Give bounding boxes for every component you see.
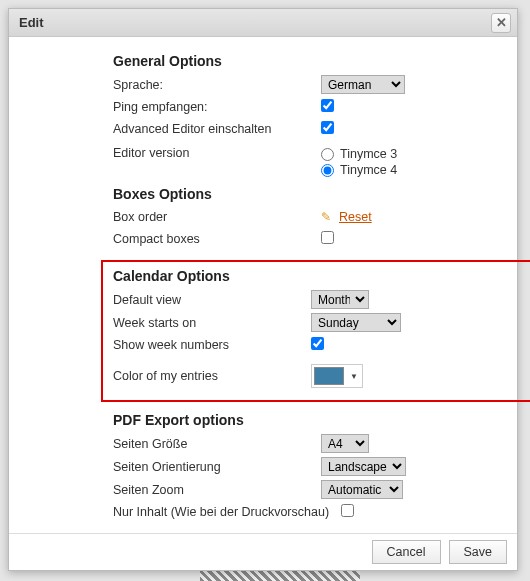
dialog-titlebar: Edit ✕ xyxy=(9,9,517,37)
pencil-icon: ✎ xyxy=(321,210,335,224)
calendar-options-highlight: Calendar Options Default view Month Week… xyxy=(101,260,530,402)
week-starts-select[interactable]: Sunday xyxy=(311,313,401,332)
editor-version-label: Editor version xyxy=(113,146,321,160)
compact-boxes-checkbox[interactable] xyxy=(321,231,334,244)
zoom-select[interactable]: Automatic xyxy=(321,480,403,499)
editor-version-radio-label-0: Tinymce 3 xyxy=(340,147,397,161)
cancel-button[interactable]: Cancel xyxy=(372,540,441,564)
section-boxes-heading: Boxes Options xyxy=(113,186,501,202)
only-content-label: Nur Inhalt (Wie bei der Druckvorschau) xyxy=(113,505,341,519)
week-starts-label: Week starts on xyxy=(113,316,311,330)
language-select[interactable]: German xyxy=(321,75,405,94)
compact-boxes-label: Compact boxes xyxy=(113,232,321,246)
dialog-footer: Cancel Save xyxy=(9,533,517,570)
color-entries-label: Color of my entries xyxy=(113,369,311,383)
section-calendar-heading: Calendar Options xyxy=(113,268,530,284)
save-button[interactable]: Save xyxy=(449,540,508,564)
close-button[interactable]: ✕ xyxy=(491,13,511,33)
color-entries-picker[interactable]: ▼ xyxy=(311,364,363,388)
only-content-checkbox[interactable] xyxy=(341,504,354,517)
section-pdf-heading: PDF Export options xyxy=(113,412,501,428)
ping-checkbox[interactable] xyxy=(321,99,334,112)
orientation-label: Seiten Orientierung xyxy=(113,460,321,474)
color-swatch xyxy=(314,367,344,385)
edit-dialog: Edit ✕ General Options Sprache: German xyxy=(8,8,518,571)
default-view-label: Default view xyxy=(113,293,311,307)
section-general-heading: General Options xyxy=(113,53,501,69)
box-order-label: Box order xyxy=(113,210,321,224)
editor-version-radio-tinymce3[interactable] xyxy=(321,148,334,161)
orientation-select[interactable]: Landscape xyxy=(321,457,406,476)
zoom-label: Seiten Zoom xyxy=(113,483,321,497)
language-label: Sprache: xyxy=(113,78,321,92)
reset-link[interactable]: Reset xyxy=(339,210,372,224)
page-size-label: Seiten Größe xyxy=(113,437,321,451)
chevron-down-icon: ▼ xyxy=(350,372,358,381)
advanced-editor-checkbox[interactable] xyxy=(321,121,334,134)
advanced-editor-label: Advanced Editor einschalten xyxy=(113,122,321,136)
editor-version-radio-label-1: Tinymce 4 xyxy=(340,163,397,177)
default-view-select[interactable]: Month xyxy=(311,290,369,309)
page-size-select[interactable]: A4 xyxy=(321,434,369,453)
show-week-numbers-label: Show week numbers xyxy=(113,338,311,352)
ping-label: Ping empfangen: xyxy=(113,100,321,114)
close-icon: ✕ xyxy=(496,15,507,30)
dialog-content: General Options Sprache: German Ping emp… xyxy=(9,37,517,570)
dialog-title: Edit xyxy=(19,15,44,30)
editor-version-radio-tinymce4[interactable] xyxy=(321,164,334,177)
show-week-numbers-checkbox[interactable] xyxy=(311,337,324,350)
